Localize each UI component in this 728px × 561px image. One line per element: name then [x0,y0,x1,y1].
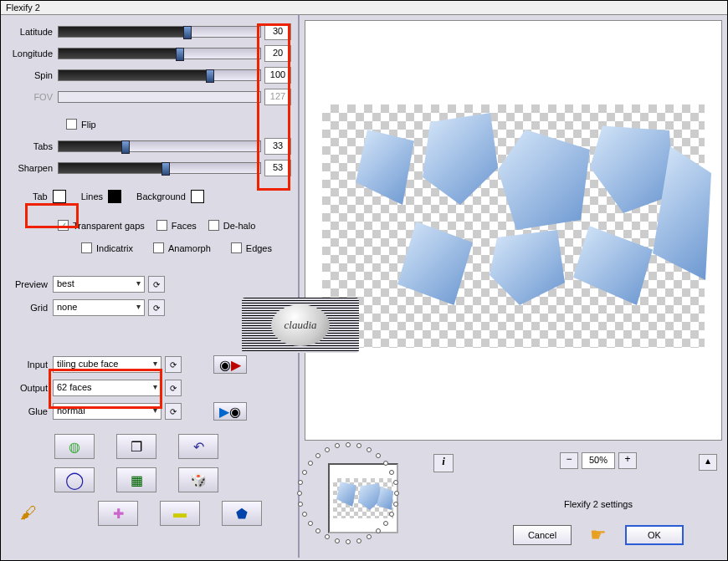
indicatrix-checkbox[interactable]: Indicatrix [81,242,133,253]
dehalo-checkbox[interactable]: De-halo [208,220,256,231]
longitude-label: Longitude [8,48,58,59]
glue-reset-button[interactable]: ⟳ [165,403,182,420]
longitude-value[interactable]: 20 [264,45,291,62]
cancel-button[interactable]: Cancel [513,525,572,545]
plus-icon: ✚ [113,506,124,522]
paint-icon: 🖌 [20,503,37,523]
dehalo-label: De-halo [223,221,256,231]
lines-color-label: Lines [81,191,103,201]
background-color-swatch[interactable] [191,190,204,203]
pointer-hand-icon: ☛ [590,524,607,546]
dice-icon: 🎲 [190,472,207,488]
faces-label: Faces [172,221,197,231]
spin-value[interactable]: 100 [264,67,291,84]
play-icon: ▶ [231,357,241,373]
watermark-text: claudia [271,304,330,346]
faces-checkbox[interactable]: Faces [156,220,197,231]
glue-label: Glue [8,406,53,416]
watermark: claudia [242,298,359,353]
sharpen-slider[interactable] [58,162,261,174]
output-select[interactable]: 62 faces [53,380,161,396]
gem-icon: ⬟ [236,506,248,522]
output-reset-button[interactable]: ⟳ [165,380,182,396]
output-label: Output [8,383,53,393]
input-reset-button[interactable]: ⟳ [165,356,182,373]
grid-label: Grid [8,303,53,313]
record-play-button[interactable]: ◉▶ [213,355,247,374]
square-icon: ▦ [131,472,143,488]
latitude-value[interactable]: 30 [264,23,291,40]
zoom-out-button[interactable]: − [560,452,578,469]
anamorph-label: Anamorph [168,243,211,253]
disc-icon: ◉ [219,357,231,373]
torus-icon: ◯ [65,470,84,490]
zoom-in-button[interactable]: + [618,452,637,469]
fov-value: 127 [264,89,291,105]
longitude-slider[interactable] [58,48,261,59]
undo-button[interactable]: ↶ [178,434,218,459]
sharpen-label: Sharpen [8,163,58,173]
tabs-value[interactable]: 33 [264,138,291,155]
tabs-slider[interactable] [58,140,261,152]
zoom-value[interactable]: 50% [582,452,615,469]
indicatrix-label: Indicatrix [96,243,133,253]
settings-label: Flexify 2 settings [564,499,633,509]
ok-button[interactable]: OK [625,525,684,545]
expand-button[interactable]: ▴ [699,454,717,471]
torus-button[interactable]: ◯ [54,467,95,492]
lines-color-swatch[interactable] [108,190,121,203]
brick-button[interactable]: ▬ [160,501,200,526]
input-label: Input [8,360,53,370]
square-button[interactable]: ▦ [116,467,156,492]
controls-panel: Latitude 30 Longitude 20 Spin 100 FOV 12… [1,15,300,558]
play-icon: ▶ [219,404,229,420]
latitude-label: Latitude [8,27,58,37]
preview-select[interactable]: best [53,276,145,293]
paint-button[interactable]: 🖌 [14,501,43,524]
flip-checkbox[interactable]: Flip [66,119,96,130]
anamorph-checkbox[interactable]: Anamorph [153,242,211,253]
input-select[interactable]: tiling cube face [53,356,161,373]
sharpen-value[interactable]: 53 [264,160,291,176]
play-record-button[interactable]: ▶◉ [213,402,247,421]
background-color-label: Background [136,191,186,201]
dice-button[interactable]: 🎲 [178,467,218,492]
preview-canvas[interactable] [305,20,722,441]
copy-button[interactable]: ❐ [116,434,156,459]
tab-color-swatch[interactable] [53,190,66,203]
grid-select[interactable]: none [53,299,145,316]
transparent-gaps-label: Transparent gaps [73,221,145,231]
window-title: Flexify 2 [1,1,727,15]
edges-checkbox[interactable]: Edges [231,242,272,253]
progress-ring [294,439,402,548]
fov-label: FOV [8,92,58,102]
tabs-label: Tabs [8,141,58,151]
tab-color-label: Tab [33,191,48,201]
glue-select[interactable]: normal [53,403,161,420]
disc-icon: ◉ [229,404,241,420]
preview-reset-button[interactable]: ⟳ [148,276,165,293]
undo-icon: ↶ [193,439,204,455]
grid-reset-button[interactable]: ⟳ [148,299,165,316]
gem-button[interactable]: ⬟ [222,501,262,526]
latitude-slider[interactable] [58,26,261,38]
spin-slider[interactable] [58,69,261,81]
globe-icon: ◍ [69,439,80,455]
edges-label: Edges [246,243,272,253]
globe-button[interactable]: ◍ [54,434,95,459]
preview-label: Preview [8,279,53,289]
spin-label: Spin [8,70,58,80]
info-button[interactable]: i [433,454,454,472]
fov-slider [58,91,261,103]
brick-icon: ▬ [173,506,187,521]
copy-icon: ❐ [131,439,142,455]
flip-label: Flip [81,120,96,130]
plus-button[interactable]: ✚ [98,501,138,526]
transparent-gaps-checkbox[interactable]: ✓Transparent gaps [58,220,145,231]
